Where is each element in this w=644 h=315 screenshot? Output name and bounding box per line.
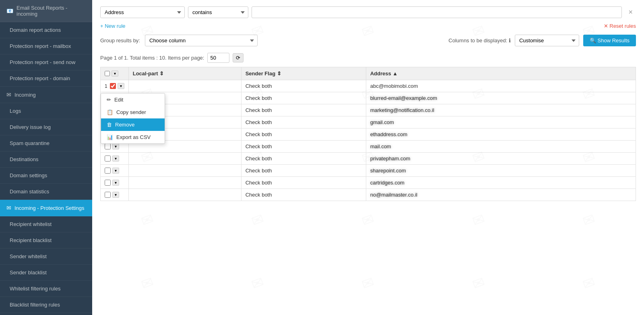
sidebar-item-blacklist-filtering-rules[interactable]: Blacklist filtering rules xyxy=(0,297,92,313)
cell-senderflag: Check both xyxy=(241,165,366,177)
th-checkbox: ▾ xyxy=(101,67,129,80)
filter-value-input[interactable] xyxy=(252,6,622,18)
sidebar-item-sender-whitelist[interactable]: Sender whitelist xyxy=(0,249,92,265)
table-row: ▾Check bothblurred-email@example.com xyxy=(101,92,636,104)
sidebar-item-whitelist-filtering-rules[interactable]: Whitelist filtering rules xyxy=(0,281,92,297)
sidebar-item-incoming---protection-settings[interactable]: ✉Incoming - Protection Settings xyxy=(0,200,92,216)
cell-address: gmail.com xyxy=(366,116,636,128)
sidebar-icon: ✉ xyxy=(6,91,11,98)
cell-localpart xyxy=(128,165,241,177)
cell-senderflag: Check both xyxy=(241,104,366,116)
table-row: ▾Check bothgmail.com xyxy=(101,116,636,128)
sidebar-icon: 📧 xyxy=(6,8,13,14)
choose-column-select[interactable]: Choose column Local-part Sender Flag Add… xyxy=(145,35,258,46)
menu-icon: 📋 xyxy=(107,109,113,115)
sidebar-item-customise-actions[interactable]: Customise actions xyxy=(0,313,92,315)
pagination-text: Page 1 of 1. Total items : 10. Items per… xyxy=(100,55,204,61)
context-menu-item-remove[interactable]: 🗑Remove xyxy=(101,118,165,131)
row-dropdown-button[interactable]: ▾ xyxy=(112,168,119,174)
context-menu-item-export-as--csv[interactable]: 📊Export as CSV xyxy=(101,131,165,143)
group-results-row: Group results by: Choose column Local-pa… xyxy=(100,35,636,46)
close-filter-button[interactable]: × xyxy=(625,6,636,18)
sidebar-item-domain-settings[interactable]: Domain settings xyxy=(0,168,92,184)
menu-icon: ✏ xyxy=(107,97,111,103)
sidebar-icon: ✉ xyxy=(6,205,11,211)
customise-select[interactable]: Customise xyxy=(515,35,579,46)
pagination-row: Page 1 of 1. Total items : 10. Items per… xyxy=(100,53,636,63)
cell-address: sharepoint.com xyxy=(366,165,636,177)
row-checkbox[interactable] xyxy=(105,155,111,162)
table-row: ▾Check bothsharepoint.com xyxy=(101,165,636,177)
sidebar-item-domain-statistics[interactable]: Domain statistics xyxy=(0,184,92,200)
cell-localpart xyxy=(128,80,241,92)
context-menu-item-edit[interactable]: ✏Edit xyxy=(101,93,165,106)
reset-rules-button[interactable]: ✕ Reset rules xyxy=(604,23,636,29)
cell-localpart xyxy=(128,189,241,201)
cell-senderflag: Check both xyxy=(241,80,366,92)
row-dropdown-button[interactable]: ▾ xyxy=(112,180,119,186)
context-menu-item-copy-sender[interactable]: 📋Copy sender xyxy=(101,106,165,118)
table-row: ▾Check bothcartridges.com xyxy=(101,177,636,189)
sidebar-item-recipient-whitelist[interactable]: Recipient whitelist xyxy=(0,216,92,232)
select-all-checkbox[interactable] xyxy=(105,71,110,76)
columns-to-display-label: Columns to be displayed: ℹ xyxy=(448,37,511,44)
sidebar-item-protection-report---domain[interactable]: Protection report - domain xyxy=(0,70,92,87)
row-checkbox[interactable] xyxy=(105,168,111,174)
sidebar-item-protection-report---send-now[interactable]: Protection report - send now xyxy=(0,54,92,70)
cell-senderflag: Check both xyxy=(241,153,366,165)
cell-senderflag: Check both xyxy=(241,92,366,104)
spinner-button[interactable]: ⟳ xyxy=(233,53,244,62)
sidebar-item-spam-quarantine[interactable]: Spam quarantine xyxy=(0,135,92,151)
table-row: ▾Check bothethaddress.com xyxy=(101,128,636,141)
cell-address: cartridges.com xyxy=(366,177,636,189)
table-row: ▾Check bothprivatepham.com xyxy=(101,153,636,165)
cell-senderflag: Check both xyxy=(241,189,366,201)
new-rule-button[interactable]: + New rule xyxy=(100,23,126,29)
th-localpart: Local-part ⇕ xyxy=(128,67,241,80)
table-row: 1▾✏Edit📋Copy sender🗑Remove📊Export as CSV… xyxy=(101,80,636,92)
sidebar-item-email-scout-reports---incoming[interactable]: 📧Email Scout Reports - incoming xyxy=(0,0,92,22)
main-content: ✉✉✉✉✉ ✉✉✉✉✉ ✉✉✉✉✉ ✉✉✉✉✉ ✉✉✉✉✉ Address Lo… xyxy=(92,0,644,315)
sidebar-item-recipient-blacklist[interactable]: Recipient blacklist xyxy=(0,232,92,249)
sidebar-item-protection-report---mailbox[interactable]: Protection report - mailbox xyxy=(0,38,92,54)
sidebar-item-sender-blacklist[interactable]: Sender blacklist xyxy=(0,265,92,281)
sidebar-item-incoming[interactable]: ✉Incoming xyxy=(0,87,92,103)
column-select[interactable]: Address Local-part Sender Flag xyxy=(100,6,185,18)
per-page-input[interactable] xyxy=(207,53,229,63)
cell-senderflag: Check both xyxy=(241,116,366,128)
condition-select[interactable]: contains equals starts with xyxy=(188,6,248,18)
sidebar: 📧Email Scout Reports - incomingDomain re… xyxy=(0,0,92,315)
sidebar-item-delivery-issue-log[interactable]: Delivery issue log xyxy=(0,119,92,135)
context-menu: ✏Edit📋Copy sender🗑Remove📊Export as CSV xyxy=(101,93,165,144)
cell-address: marketing@notification.co.il xyxy=(366,104,636,116)
filter-row: Address Local-part Sender Flag contains … xyxy=(100,6,636,18)
cell-address: mail.com xyxy=(366,141,636,153)
data-table: ▾ Local-part ⇕ Sender Flag ⇕ Address ▲ 1… xyxy=(100,67,636,201)
th-senderflag: Sender Flag ⇕ xyxy=(241,67,366,80)
show-results-button[interactable]: 🔍 Show Results xyxy=(583,35,636,46)
row-checkbox[interactable] xyxy=(110,83,116,89)
table-row: ▾Check bothmarketing@notification.co.il xyxy=(101,104,636,116)
row-checkbox[interactable] xyxy=(105,143,111,149)
cell-address: blurred-email@example.com xyxy=(366,92,636,104)
table-row: ▾Check bothno@mailmaster.co.il xyxy=(101,189,636,201)
row-checkbox[interactable] xyxy=(105,192,111,198)
cell-address: abc@mobimobi.com xyxy=(366,80,636,92)
cell-address: ethaddress.com xyxy=(366,128,636,141)
header-dropdown-button[interactable]: ▾ xyxy=(111,70,118,77)
cell-senderflag: Check both xyxy=(241,128,366,141)
menu-icon: 🗑 xyxy=(107,122,112,128)
row-checkbox[interactable] xyxy=(105,180,111,186)
row-dropdown-button[interactable]: ▾ xyxy=(118,83,124,89)
cell-senderflag: Check both xyxy=(241,177,366,189)
cell-localpart xyxy=(128,177,241,189)
row-dropdown-button[interactable]: ▾ xyxy=(112,155,119,162)
sidebar-item-domain-report-actions[interactable]: Domain report actions xyxy=(0,22,92,38)
sidebar-item-logs[interactable]: Logs xyxy=(0,103,92,119)
row-dropdown-button[interactable]: ▾ xyxy=(112,143,119,149)
group-label: Group results by: xyxy=(100,37,140,44)
table-row: ▾Check bothmail.com xyxy=(101,141,636,153)
row-dropdown-button[interactable]: ▾ xyxy=(112,192,119,198)
menu-icon: 📊 xyxy=(107,134,113,140)
sidebar-item-destinations[interactable]: Destinations xyxy=(0,151,92,168)
